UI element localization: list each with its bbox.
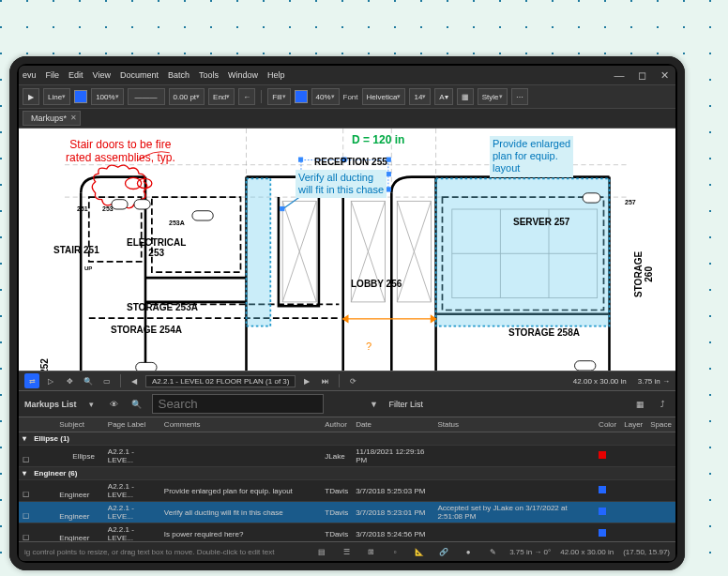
menu-tools[interactable]: Tools	[199, 70, 219, 80]
search-input[interactable]	[152, 394, 324, 414]
col-Date[interactable]: Date	[352, 417, 433, 432]
page-indicator[interactable]: A2.2.1 - LEVEL 02 FLOOR PLAN (1 of 3)	[145, 375, 296, 387]
col-icon0[interactable]	[19, 417, 55, 432]
font-name-dropdown[interactable]: Helvetica	[362, 88, 406, 105]
picker-icon[interactable]: ▶	[23, 88, 39, 105]
markups-table-wrap[interactable]: SubjectPage LabelCommentsAuthorDateStatu…	[19, 417, 675, 541]
cell	[595, 446, 620, 467]
table-row[interactable]: ☐EngineerA2.2.1 - LEVE...Provide enlarge…	[19, 480, 675, 502]
chevron-down-icon[interactable]: ▾	[23, 469, 32, 477]
first-page-icon[interactable]: ◀	[127, 373, 142, 388]
last-page-icon[interactable]: ⏭	[318, 373, 333, 388]
close-icon[interactable]: ✕	[657, 68, 672, 83]
cell	[620, 446, 646, 467]
menu-view[interactable]: View	[93, 70, 111, 80]
cell	[433, 480, 587, 502]
arrow-end-icon[interactable]: ←	[238, 88, 255, 105]
zoom-icon[interactable]: 🔍	[81, 373, 96, 388]
sb-edit-icon[interactable]: ✎	[485, 544, 500, 559]
restore-icon[interactable]: ◻	[634, 68, 649, 83]
col-Layer[interactable]: Layer	[620, 417, 646, 432]
col-Space[interactable]: Space	[646, 417, 675, 432]
line-color-swatch[interactable]	[74, 90, 87, 103]
cell	[587, 523, 595, 542]
sb-link-icon[interactable]: 🔗	[436, 544, 451, 559]
cell: ☐	[19, 480, 55, 502]
style-more-icon[interactable]: ⋯	[511, 88, 528, 105]
text-style-dropdown[interactable]: Style	[478, 88, 508, 105]
lineweight-dropdown[interactable]: 0.00 pt	[169, 88, 205, 105]
col-Comments[interactable]: Comments	[160, 417, 321, 432]
menu-window[interactable]: Window	[228, 70, 258, 80]
font-color-icon[interactable]: A▾	[434, 88, 452, 105]
filter-list-button[interactable]: Filter List	[389, 400, 424, 409]
pan-icon[interactable]: ✥	[62, 373, 77, 388]
sb-measure-icon[interactable]: 📐	[412, 544, 427, 559]
line-style-dropdown[interactable]: Line	[43, 88, 70, 105]
col-Subject[interactable]: Subject	[55, 417, 104, 432]
rotate-icon[interactable]: ⟳	[345, 373, 360, 388]
table-row[interactable]: ☐EngineerA2.2.1 - LEVE...Is power requir…	[19, 523, 675, 542]
menu-file[interactable]: File	[46, 70, 60, 80]
panel-toggle-icon[interactable]: ▾	[84, 397, 99, 412]
markup-enlarged-plan[interactable]: Provide enlarged plan for equip. layout	[490, 136, 573, 177]
menu-edit[interactable]: Edit	[68, 70, 83, 80]
cell	[620, 502, 646, 523]
color-swatch	[599, 508, 606, 515]
sb-tree-icon[interactable]: ☰	[339, 544, 354, 559]
sb-page-icon[interactable]: ▫	[387, 544, 402, 559]
tab-close-icon[interactable]: ✕	[70, 114, 77, 122]
compare-icon[interactable]: ⇄	[24, 373, 39, 388]
col-Status[interactable]: Status	[433, 417, 587, 432]
fill-dropdown[interactable]: Fill	[267, 88, 290, 105]
zoom-dropdown[interactable]: 100%	[91, 88, 123, 105]
cursor-icon[interactable]: ▷	[43, 373, 58, 388]
cell	[646, 446, 675, 467]
visibility-icon[interactable]: 👁	[107, 397, 122, 412]
group-row[interactable]: ▾ Ellipse (1)	[19, 432, 675, 446]
minimize-icon[interactable]: —	[612, 68, 627, 83]
col-icon7[interactable]	[587, 417, 595, 432]
markup-duct-line1: Verify all ducting	[298, 172, 373, 183]
cell	[646, 502, 675, 523]
room-electrical: ELECTRICAL 253	[127, 237, 186, 258]
svg-rect-39	[281, 206, 284, 210]
cell: TDavis	[321, 523, 352, 542]
menu-help[interactable]: Help	[267, 70, 285, 80]
end-style-dropdown[interactable]: End	[208, 88, 235, 105]
markup-stair-doors[interactable]: Stair doors to be fire rated assemblies,…	[66, 138, 175, 165]
cell: Engineer	[55, 480, 104, 502]
sb-layers-icon[interactable]: ▤	[314, 544, 329, 559]
sb-tag-icon[interactable]: ●	[461, 544, 476, 559]
group-row[interactable]: ▾ Engineer (6)	[19, 467, 675, 480]
fill-color-swatch[interactable]	[295, 90, 308, 103]
table-row[interactable]: ☐EngineerA2.2.1 - LEVE...Verify all duct…	[19, 502, 675, 523]
select-icon[interactable]: ▭	[99, 373, 114, 388]
export-icon[interactable]: ⤴	[655, 397, 670, 412]
chevron-down-icon[interactable]: ▾	[23, 434, 32, 443]
markups-panel-header: Markups List ▾ 👁 🔍 ▼ Filter List ▦ ⤴	[19, 391, 675, 417]
menu-batch[interactable]: Batch	[168, 70, 190, 80]
opacity-dropdown[interactable]: 40%	[311, 88, 340, 105]
highlight-icon[interactable]: ▦	[457, 88, 474, 105]
tab-markups[interactable]: Markups* ✕	[23, 111, 81, 126]
markup-ducting[interactable]: Verify all ducting will fit in this chas…	[296, 170, 387, 198]
color-swatch	[599, 529, 606, 537]
sb-grid-icon[interactable]: ⊞	[363, 544, 378, 559]
filter-icon[interactable]: ▼	[367, 397, 382, 412]
dimension-question: ?	[366, 341, 372, 352]
col-Color[interactable]: Color	[595, 417, 620, 432]
cell	[587, 480, 595, 502]
font-size-dropdown[interactable]: 14	[409, 88, 431, 105]
next-page-icon[interactable]: ▶	[299, 373, 314, 388]
menu-document[interactable]: Document	[120, 70, 159, 80]
svg-rect-22	[112, 200, 128, 209]
columns-icon[interactable]: ▦	[632, 397, 647, 412]
cell	[620, 480, 646, 502]
search-icon[interactable]: 🔍	[129, 397, 144, 412]
col-Page Label[interactable]: Page Label	[104, 417, 160, 432]
line-pattern-dropdown[interactable]: ———	[128, 88, 165, 105]
col-Author[interactable]: Author	[321, 417, 352, 432]
drawing-canvas[interactable]: D = 120 in Stair doors to be fire rated …	[19, 129, 675, 371]
table-row[interactable]: ☐EllipseA2.2.1 - LEVE...JLake11/18/2021 …	[19, 446, 675, 467]
